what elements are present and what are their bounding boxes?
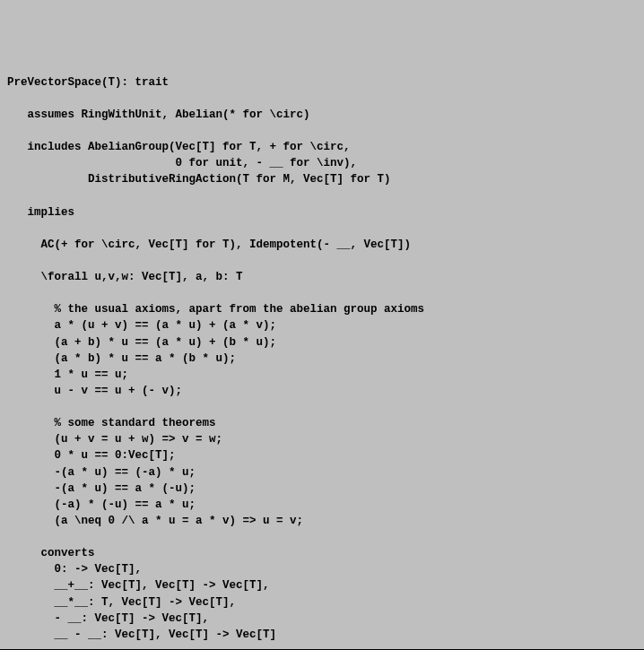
code-line: 0 * u == 0:Vec[T]; <box>7 449 176 462</box>
code-line: 1 * u == u; <box>7 368 128 381</box>
code-line: __ - __: Vec[T], Vec[T] -> Vec[T] <box>7 628 276 641</box>
code-line: (a \neq 0 /\ a * u = a * v) => u = v; <box>7 515 303 527</box>
code-line: includes AbelianGroup(Vec[T] for T, + fo… <box>7 141 351 153</box>
code-line: 0: -> Vec[T], <box>7 563 142 576</box>
code-line: a * (u + v) == (a * u) + (a * v); <box>7 319 276 332</box>
code-line: % some standard theorems <box>7 417 216 429</box>
code-line: implies <box>7 206 74 219</box>
code-line: AC(+ for \circ, Vec[T] for T), Idempoten… <box>7 238 411 251</box>
code-line: % the usual axioms, apart from the abeli… <box>7 303 424 316</box>
code-line: - __: Vec[T] -> Vec[T], <box>7 612 209 625</box>
code-line: PreVectorSpace(T): trait <box>7 76 169 89</box>
code-line: (u + v = u + w) => v = w; <box>7 433 222 446</box>
code-block: PreVectorSpace(T): trait assumes RingWit… <box>7 74 637 643</box>
code-line: 0 for unit, - __ for \inv), <box>7 157 357 169</box>
code-line: (a + b) * u == (a * u) + (b * u); <box>7 336 276 349</box>
code-line: \forall u,v,w: Vec[T], a, b: T <box>7 271 243 283</box>
code-line: u - v == u + (- v); <box>7 385 182 397</box>
code-line: __+__: Vec[T], Vec[T] -> Vec[T], <box>7 579 270 592</box>
code-line: assumes RingWithUnit, Abelian(* for \cir… <box>7 108 310 121</box>
code-line: -(a * u) == a * (-u); <box>7 482 196 495</box>
code-line: (-a) * (-u) == a * u; <box>7 498 196 511</box>
code-line: converts <box>7 547 95 559</box>
code-line: DistributiveRingAction(T for M, Vec[T] f… <box>7 173 391 186</box>
code-line: __*__: T, Vec[T] -> Vec[T], <box>7 596 236 609</box>
code-line: (a * b) * u == a * (b * u); <box>7 352 236 365</box>
code-line: -(a * u) == (-a) * u; <box>7 466 196 479</box>
